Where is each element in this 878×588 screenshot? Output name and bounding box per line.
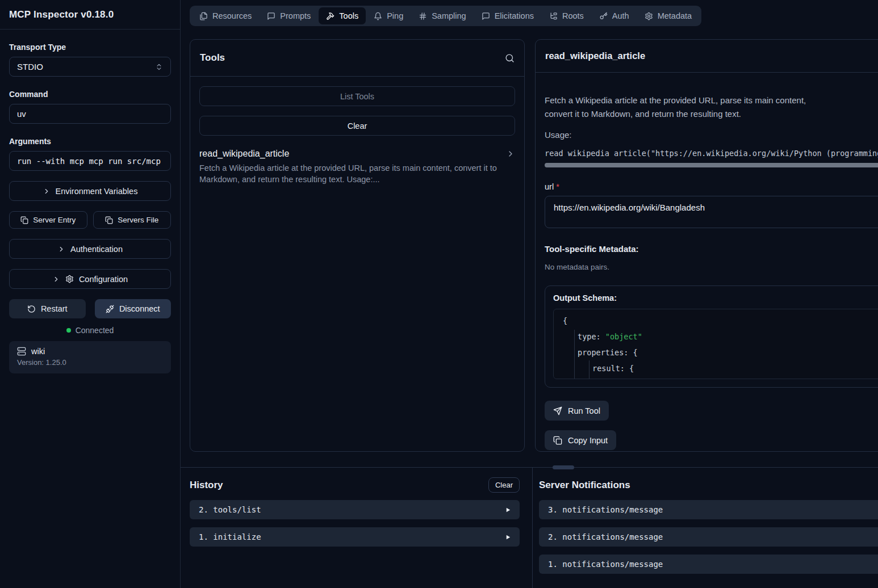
copy-icon [105,216,113,224]
servers-file-button[interactable]: Servers File [93,211,172,229]
tab-roots[interactable]: Roots [542,7,591,24]
history-row-label: 2. tools/list [199,505,261,514]
notification-row-label: 2. notifications/message [548,532,663,541]
main-area: Resources Prompts Tools Ping Sampling El… [181,0,878,588]
connection-status: Connected [9,326,171,335]
copy-input-button[interactable]: Copy Input [545,430,616,450]
indent-guide [574,330,575,379]
restart-label: Restart [41,304,68,313]
scrollbar-thumb[interactable] [545,163,878,167]
clear-history-button[interactable]: Clear [488,477,520,493]
tab-tools[interactable]: Tools [319,7,366,24]
resize-handle[interactable] [553,465,574,469]
tab-label: Metadata [658,11,692,20]
play-icon [505,507,511,513]
folder-tree-icon [549,12,558,20]
tab-label: Roots [562,11,584,20]
tab-sampling[interactable]: Sampling [411,7,473,24]
indent-guide [589,360,589,379]
transport-type-select[interactable]: STDIO [9,57,171,77]
message-square-icon [267,12,275,20]
history-row[interactable]: 2. tools/list [190,500,520,519]
server-icon [17,347,26,356]
tab-resources[interactable]: Resources [192,7,259,24]
tab-metadata[interactable]: Metadata [637,7,699,24]
url-input[interactable]: https://en.wikipedia.org/wiki/Bangladesh [545,196,878,228]
clear-tools-button[interactable]: Clear [199,116,515,136]
notification-row[interactable]: 1. notifications/message [539,555,878,574]
command-label: Command [9,90,171,99]
gear-icon [645,12,653,20]
output-schema-box: Output Schema: Expand { [545,285,878,388]
tool-description: Fetch a Wikipedia article at the provide… [199,162,506,185]
notification-row[interactable]: 2. notifications/message [539,527,878,547]
notification-row[interactable]: 3. notifications/message [539,500,878,519]
code-line: title: "Result" [554,376,878,379]
history-row-label: 1. initialize [199,532,261,541]
server-name: wiki [31,347,45,356]
run-tool-label: Run Tool [568,406,600,415]
copy-input-label: Copy Input [568,436,608,445]
key-icon [599,12,608,20]
arguments-label: Arguments [9,137,171,146]
connected-dot-icon [66,328,71,333]
tool-detail-title: read_wikipedia_article [545,51,645,61]
restart-button[interactable]: Restart [9,299,86,318]
bell-icon [374,12,382,20]
authentication-button[interactable]: Authentication [9,239,171,259]
copy-icon [553,436,562,445]
tools-panel: Tools List Tools Clear read_wikipedia_ar… [190,39,525,452]
unplug-icon [106,305,114,313]
environment-variables-label: Environment Variables [56,187,138,196]
play-icon [505,534,511,540]
code-line: { [554,313,878,329]
list-tools-button[interactable]: List Tools [199,86,515,106]
command-input[interactable] [9,104,171,124]
tool-detail-panel: read_wikipedia_article Fetch a Wikipedia… [535,39,878,452]
usage-label: Usage: [545,130,878,140]
tab-ping[interactable]: Ping [366,7,411,24]
arguments-input[interactable] [9,151,171,171]
output-schema-label: Output Schema: [553,293,617,303]
app-header: MCP Inspector v0.18.0 [0,0,180,30]
server-version: Version: 1.25.0 [17,358,163,367]
gear-icon [65,275,74,283]
notification-row-label: 3. notifications/message [548,505,663,514]
panel-divider [181,467,878,468]
chevrons-up-down-icon [155,63,163,71]
tab-auth[interactable]: Auth [592,7,637,24]
chevron-right-icon [57,245,65,253]
configuration-label: Configuration [79,275,128,284]
history-row[interactable]: 1. initialize [190,527,520,547]
server-entry-button[interactable]: Server Entry [9,211,87,229]
hammer-icon [326,12,335,20]
usage-code: read_wikipedia_article("https://en.wikip… [545,149,878,158]
chevron-right-icon [506,149,515,158]
tab-label: Sampling [432,11,466,20]
environment-variables-button[interactable]: Environment Variables [9,181,171,201]
tool-list-item[interactable]: read_wikipedia_article Fetch a Wikipedia… [199,149,515,185]
history-panel: History Clear 2. tools/list 1. initializ… [181,468,533,588]
chevron-right-icon [43,187,51,195]
tab-elicitations[interactable]: Elicitations [474,7,541,24]
schema-code-block: { type: "object" properties: { result: {… [553,309,878,379]
sidebar: MCP Inspector v0.18.0 Transport Type STD… [0,0,181,588]
run-tool-button[interactable]: Run Tool [545,401,609,421]
server-notifications-title: Server Notifications [539,480,630,491]
horizontal-scrollbar[interactable] [545,163,878,167]
code-line: properties: { [554,345,878,360]
tab-prompts[interactable]: Prompts [260,7,318,24]
tools-panel-title: Tools [200,52,225,64]
tab-label: Elicitations [495,11,534,20]
transport-type-label: Transport Type [9,43,171,52]
top-nav: Resources Prompts Tools Ping Sampling El… [190,6,701,26]
no-metadata-text: No metadata pairs. [545,263,878,271]
configuration-button[interactable]: Configuration [9,269,171,289]
search-icon[interactable] [505,53,515,63]
server-entry-label: Server Entry [33,216,76,224]
disconnect-button[interactable]: Disconnect [95,299,172,318]
tab-label: Resources [212,11,252,20]
code-line: type: "object" [554,329,878,345]
tab-label: Ping [387,11,403,20]
restart-icon [27,305,36,313]
